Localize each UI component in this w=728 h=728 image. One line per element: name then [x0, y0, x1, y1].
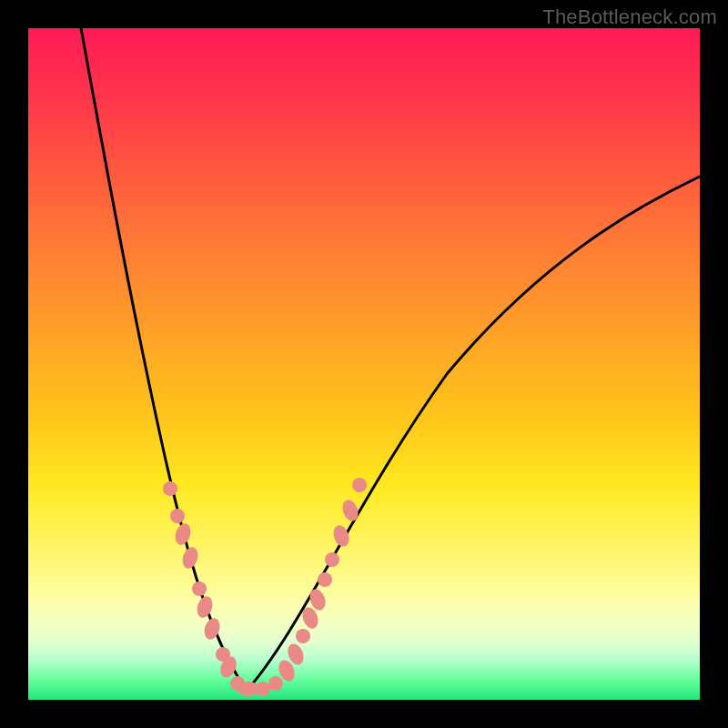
svg-point-22 — [352, 478, 367, 492]
marker-group — [163, 478, 367, 696]
svg-point-4 — [192, 581, 207, 596]
svg-point-3 — [180, 545, 201, 571]
curve-left-branch — [81, 28, 247, 691]
svg-point-0 — [163, 481, 177, 496]
svg-point-11 — [256, 682, 270, 696]
svg-point-18 — [318, 572, 332, 587]
svg-point-21 — [339, 498, 360, 523]
svg-point-1 — [170, 509, 185, 523]
svg-point-2 — [173, 521, 194, 547]
svg-point-5 — [195, 594, 216, 620]
svg-point-12 — [268, 676, 283, 691]
chart-plot-area — [28, 28, 700, 700]
watermark-text: TheBottleneck.com — [542, 5, 717, 29]
svg-point-19 — [325, 552, 339, 567]
chart-frame: TheBottleneck.com — [0, 0, 728, 728]
svg-point-15 — [296, 629, 310, 643]
chart-svg — [28, 28, 700, 700]
svg-point-20 — [330, 523, 351, 549]
